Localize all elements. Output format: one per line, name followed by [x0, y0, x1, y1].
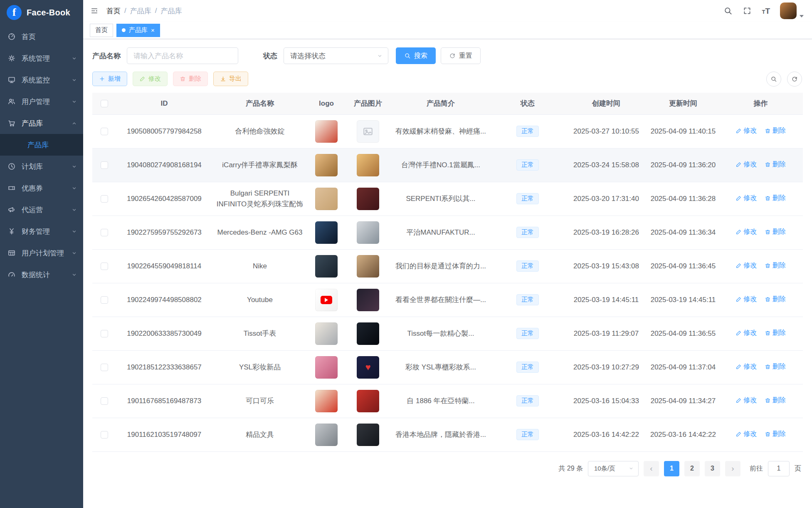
sidebar-item-系统监控[interactable]: 系统监控: [0, 69, 83, 91]
product-name-input[interactable]: 请输入产品名称: [127, 47, 238, 64]
product-intro: 彩妝 YSL專櫃彩妝系...: [405, 362, 476, 373]
product-logo-image[interactable]: [315, 221, 338, 244]
refresh-table-button[interactable]: [787, 72, 802, 87]
goto-page-input[interactable]: [768, 461, 790, 476]
product-logo-image[interactable]: [315, 154, 338, 176]
delete-link[interactable]: 删除: [765, 430, 786, 439]
product-image[interactable]: [357, 390, 379, 412]
sidebar-item-财务管理[interactable]: 财务管理: [0, 221, 83, 242]
product-logo-image[interactable]: [315, 188, 338, 210]
product-image[interactable]: [357, 188, 379, 210]
status-select[interactable]: 请选择状态: [284, 47, 388, 64]
page-button-1[interactable]: 1: [664, 461, 679, 476]
prev-page-button[interactable]: ‹: [644, 461, 659, 476]
sidebar-item-数据统计[interactable]: 数据统计: [0, 264, 83, 285]
edit-link[interactable]: 修改: [735, 362, 757, 371]
edit-link[interactable]: 修改: [735, 228, 757, 236]
sidebar-item-系统管理[interactable]: 系统管理: [0, 47, 83, 69]
brand-bar[interactable]: f Face-Book: [0, 0, 83, 25]
delete-link[interactable]: 删除: [765, 396, 786, 405]
row-checkbox[interactable]: [101, 431, 108, 439]
product-image[interactable]: [357, 221, 379, 244]
delete-link[interactable]: 删除: [765, 362, 786, 371]
select-all-checkbox[interactable]: [101, 100, 108, 107]
breadcrumb-item[interactable]: 产品库: [130, 6, 151, 16]
product-image[interactable]: ♥: [357, 356, 379, 379]
row-checkbox[interactable]: [101, 161, 108, 169]
product-logo-image[interactable]: [315, 120, 338, 143]
delete-link[interactable]: 删除: [765, 126, 786, 135]
fullscreen-icon[interactable]: [743, 6, 752, 15]
export-button[interactable]: 导出: [213, 72, 248, 86]
cart-icon: [7, 119, 16, 127]
delete-button[interactable]: 删除: [173, 72, 208, 86]
edit-link[interactable]: 修改: [735, 396, 757, 405]
delete-link[interactable]: 删除: [765, 160, 786, 169]
edit-link[interactable]: 修改: [735, 329, 757, 337]
edit-link[interactable]: 修改: [735, 194, 757, 203]
edit-link[interactable]: 修改: [735, 295, 757, 304]
trash-icon: [765, 330, 771, 336]
add-button[interactable]: 新增: [92, 72, 127, 86]
row-checkbox[interactable]: [101, 397, 108, 405]
row-checkbox[interactable]: [101, 128, 108, 135]
delete-link[interactable]: 删除: [765, 329, 786, 337]
header-search-icon[interactable]: [723, 6, 733, 15]
delete-link[interactable]: 删除: [765, 261, 786, 270]
user-menu[interactable]: [780, 2, 804, 19]
edit-icon: [735, 195, 742, 201]
product-logo-image[interactable]: [315, 390, 338, 412]
product-image[interactable]: [357, 424, 379, 446]
edit-link[interactable]: 修改: [735, 126, 757, 135]
sidebar-item-代运营[interactable]: 代运营: [0, 199, 83, 221]
product-image[interactable]: [357, 255, 379, 278]
edit-link[interactable]: 修改: [735, 430, 757, 439]
product-logo-image[interactable]: [315, 424, 338, 446]
row-checkbox[interactable]: [101, 195, 108, 203]
product-image[interactable]: [357, 322, 379, 345]
close-tab-icon[interactable]: ×: [151, 27, 155, 33]
sidebar-item-优惠券[interactable]: 优惠券: [0, 177, 83, 199]
page-button-2[interactable]: 2: [684, 461, 700, 476]
product-name: YSL彩妆新品: [239, 362, 281, 373]
breadcrumb-item[interactable]: 首页: [106, 6, 121, 16]
sidebar-item-产品库[interactable]: 产品库: [0, 112, 83, 134]
product-image[interactable]: [357, 289, 379, 311]
row-checkbox[interactable]: [101, 330, 108, 337]
product-logo-image[interactable]: [315, 255, 338, 278]
tab-产品库[interactable]: 产品库×: [116, 24, 160, 37]
font-size-icon[interactable]: TT: [762, 7, 770, 15]
product-logo-image[interactable]: [315, 356, 338, 379]
sidebar-item-计划库[interactable]: 计划库: [0, 156, 83, 177]
edit-link[interactable]: 修改: [735, 261, 757, 270]
breadcrumb-separator: /: [155, 7, 157, 15]
delete-link[interactable]: 删除: [765, 295, 786, 304]
delete-link[interactable]: 删除: [765, 228, 786, 236]
sidebar-toggle-icon[interactable]: [90, 7, 99, 15]
tab-首页[interactable]: 首页: [90, 24, 113, 37]
page-button-3[interactable]: 3: [705, 461, 720, 476]
next-page-button[interactable]: ›: [725, 461, 740, 476]
product-logo-image[interactable]: [315, 289, 338, 311]
edit-link[interactable]: 修改: [735, 160, 757, 169]
row-checkbox[interactable]: [101, 229, 108, 236]
row-checkbox[interactable]: [101, 296, 108, 304]
toggle-search-button[interactable]: [766, 72, 781, 87]
sidebar-item-用户计划管理[interactable]: 用户计划管理: [0, 242, 83, 264]
row-checkbox[interactable]: [101, 263, 108, 270]
row-checkbox[interactable]: [101, 364, 108, 371]
product-name: 精品文具: [246, 429, 274, 440]
avatar[interactable]: [780, 2, 797, 19]
sidebar-item-用户管理[interactable]: 用户管理: [0, 91, 83, 112]
sidebar-subitem-产品库[interactable]: 产品库: [0, 134, 83, 156]
updated-time: 2025-04-09 11:36:20: [651, 161, 716, 169]
delete-link[interactable]: 删除: [765, 194, 786, 203]
page-size-select[interactable]: 10条/页: [588, 461, 639, 476]
sidebar-item-首页[interactable]: 首页: [0, 26, 83, 47]
reset-button[interactable]: 重置: [441, 47, 481, 64]
search-button[interactable]: 搜索: [396, 47, 436, 64]
product-image[interactable]: [357, 154, 379, 176]
product-logo-image[interactable]: [315, 322, 338, 345]
edit-button[interactable]: 修改: [133, 72, 168, 86]
product-image[interactable]: [357, 120, 379, 143]
